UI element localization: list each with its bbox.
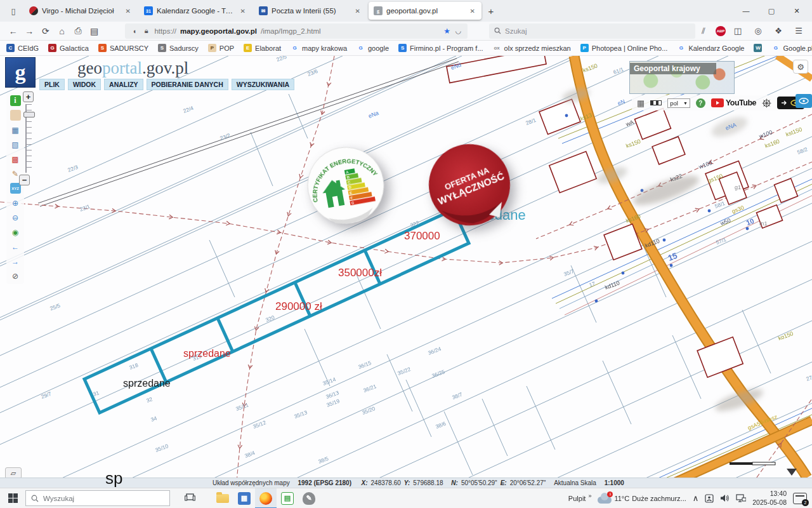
geoportal-logo[interactable]: g [5, 57, 36, 88]
new-tab-button[interactable]: + [483, 3, 499, 18]
print-icon[interactable]: ⎙ [70, 23, 86, 39]
zoom-out-icon[interactable]: ⊖ [10, 212, 21, 223]
overview-minimap[interactable]: Geoportal krajowy [629, 61, 735, 94]
extension-icon[interactable]: ❖ [770, 23, 787, 39]
tab-calendar[interactable]: 31 Kalendarz Google - Tydzień, w ✕ [139, 2, 252, 20]
firefox-button[interactable] [255, 488, 277, 508]
info-icon[interactable]: i [10, 95, 21, 106]
menu-widok[interactable]: WIDOK [68, 79, 101, 90]
browser-search-bar[interactable]: Szukaj [489, 23, 695, 39]
sidebar-icon[interactable]: ◫ [730, 23, 746, 39]
gimp-button[interactable]: ✎ [298, 488, 320, 508]
bookmark-item[interactable]: GKalendarz Google [677, 44, 744, 52]
clear-selection-icon[interactable]: ⊘ [10, 271, 21, 281]
network-tray-icon[interactable] [736, 494, 746, 502]
close-button[interactable]: ✕ [784, 1, 809, 20]
bookmark-item[interactable]: SFirmino.pl - Program f... [398, 44, 483, 52]
bookmark-item[interactable]: Gmapy krakowa [291, 44, 347, 52]
bookmark-item[interactable]: EElaborat [244, 44, 281, 52]
menu-analizy[interactable]: ANALIZY [104, 79, 143, 90]
minimize-button[interactable]: — [733, 1, 759, 20]
svg-text:w50: w50 [719, 217, 731, 227]
map-canvas[interactable]: 22/322/422/523/623/223/125/529/731831932… [0, 56, 812, 478]
tab-title: Virgo - Michał Dzięcioł [42, 7, 121, 15]
action-center-icon[interactable]: 2 [793, 493, 807, 504]
back-button[interactable]: ← [5, 23, 22, 39]
legend-icon[interactable]: ▦ [637, 98, 645, 108]
teams-tray-icon[interactable] [705, 494, 714, 503]
slider-zoom-out-button[interactable]: − [19, 175, 30, 185]
task-view-button[interactable] [179, 488, 200, 508]
tab-close-icon[interactable]: ✕ [239, 6, 247, 16]
forward-button[interactable]: → [22, 23, 38, 39]
previous-extent-icon[interactable]: ← [10, 241, 21, 252]
home-button[interactable]: ⌂ [54, 23, 70, 39]
taskbar-clock[interactable]: 13:40 2025-05-08 [752, 490, 787, 506]
tab-close-icon[interactable]: ✕ [354, 6, 362, 16]
svg-text:290000 zł: 290000 zł [275, 300, 322, 312]
slider-track[interactable] [25, 104, 32, 173]
file-explorer-button[interactable] [212, 488, 233, 508]
arrow-icon [781, 100, 787, 106]
tab-virgo[interactable]: Virgo - Michał Dzięcioł ✕ [24, 2, 137, 20]
weather-widget[interactable]: 1 11°C Duże zachmurz... [598, 493, 686, 504]
bookmark-item[interactable]: PPOP [208, 44, 234, 52]
shield-icon[interactable]: ◖ [130, 27, 138, 35]
bookmark-item[interactable]: SSADURSCY [98, 44, 148, 52]
slider-zoom-in-button[interactable]: + [23, 91, 34, 102]
language-select[interactable]: pol▼ [667, 98, 690, 108]
bookmark-item[interactable]: Ggoogle [357, 44, 389, 52]
start-button[interactable] [0, 488, 25, 508]
pan-hand-icon[interactable] [10, 110, 21, 121]
tab-close-icon[interactable]: ✕ [124, 6, 132, 16]
firefox-view-icon[interactable]: ▯ [5, 3, 22, 19]
select-rectangle-icon[interactable]: ▧ [10, 139, 21, 150]
helm-icon[interactable] [762, 98, 771, 108]
bookmark-item[interactable]: oxolx sprzedz mieszkan [493, 44, 571, 52]
bookmark-favicon: G [291, 44, 299, 52]
adblock-icon[interactable]: ABP [716, 26, 726, 36]
roads [574, 56, 812, 478]
menu-pobieranie[interactable]: POBIERANIE DANYCH [147, 79, 228, 90]
slider-handle[interactable] [23, 112, 35, 117]
calculator-button[interactable]: ▦ [233, 488, 255, 508]
volume-tray-icon[interactable] [720, 494, 730, 502]
map-nav-triangle[interactable] [787, 469, 797, 476]
bookmark-item[interactable]: CCEIdG [6, 44, 39, 52]
bookmark-item[interactable]: GGalactica [48, 44, 89, 52]
tab-close-icon[interactable]: ✕ [469, 6, 476, 16]
bookmark-star-icon[interactable]: ★ [443, 27, 450, 36]
scale-ruler-icon[interactable] [650, 100, 662, 105]
url-bar[interactable]: ◖ 🔒︎ https://mapy.geoportal.gov.pl/imap/… [125, 23, 468, 39]
attributes-table-icon[interactable]: ▦ [10, 124, 21, 135]
svg-text:36/24: 36/24 [427, 345, 442, 356]
devices-icon[interactable]: ▤ [86, 23, 103, 39]
reload-button[interactable]: ⟳ [37, 23, 54, 39]
account-icon[interactable]: ◎ [750, 23, 766, 39]
desktop-toolbar[interactable]: Pulpit » [568, 495, 592, 502]
next-extent-icon[interactable]: → [10, 256, 21, 267]
tab-geoportal[interactable]: g geoportal.gov.pl ✕ [369, 2, 481, 20]
menu-icon[interactable]: ☰ [790, 23, 807, 39]
gear-icon[interactable]: ⚙ [793, 60, 808, 74]
menu-wyszukiwania[interactable]: WYSZUKIWANIA [232, 79, 294, 90]
menu-plik[interactable]: PLIK [39, 79, 65, 90]
bookmark-item[interactable]: PPhotopea | Online Pho... [580, 44, 668, 52]
hidden-icons-chevron[interactable]: ∧ [693, 493, 699, 503]
pocket-icon[interactable]: ◡ [454, 27, 462, 35]
taskbar-search[interactable]: Wyszukaj [25, 490, 170, 506]
help-icon[interactable]: ? [696, 98, 705, 108]
maximize-button[interactable]: ▢ [759, 1, 784, 20]
tab-mail[interactable]: ✉ Poczta w Interii (55) ✕ [254, 2, 367, 20]
bookmark-item[interactable]: W [754, 44, 762, 52]
libreoffice-button[interactable]: ▤ [277, 488, 298, 508]
select-red-icon[interactable]: ▩ [10, 154, 21, 164]
globe-extent-icon[interactable]: ◉ [10, 227, 21, 237]
library-icon[interactable]: ⫽ [695, 23, 712, 39]
zoom-in-icon[interactable]: ⊕ [10, 197, 21, 208]
calendar-favicon: 31 [144, 6, 153, 15]
youtube-link[interactable]: YouTube [711, 98, 756, 107]
bookmark-item[interactable]: SSadurscy [158, 44, 199, 52]
visibility-eye-button[interactable] [796, 94, 812, 108]
bookmark-item[interactable]: GGoogle.pl [771, 44, 812, 52]
